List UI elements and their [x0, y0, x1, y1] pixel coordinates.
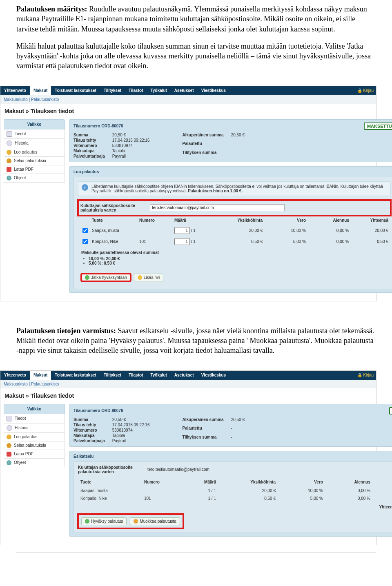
coins-icon: [7, 158, 11, 163]
subnav-archive[interactable]: Maksuarkisto: [4, 382, 28, 386]
edit-refund-button[interactable]: Muokkaa palautusta: [130, 517, 180, 525]
qty-input[interactable]: [174, 238, 190, 245]
lbl-palv: Palveluntarjoaja: [74, 154, 105, 158]
pdf-icon: [7, 452, 11, 457]
pdf-icon: [7, 167, 11, 172]
sidemenu-head: Valikko: [4, 119, 65, 129]
sidemenu-historia[interactable]: Historia: [4, 423, 65, 433]
tab-payments[interactable]: Maksut: [30, 86, 51, 95]
top-nav-2: Yhteenveto Maksut Toistuvat laskutukset …: [0, 371, 376, 380]
clock-icon: [7, 425, 12, 431]
sub-nav-2: Maksuarkisto | Palautusarkisto: [0, 380, 376, 388]
tab-summary[interactable]: Yhteenveto: [0, 371, 30, 380]
preview-email-value: tero.testiautomaatio@paytrail.com: [147, 467, 209, 472]
val-summa: 20,50 €: [112, 133, 150, 137]
sidemenu-pdf[interactable]: Lataa PDF: [4, 165, 65, 174]
refund-panel: Luo palautus i Lähetämme kuluttajalle sä…: [69, 166, 392, 293]
row-name: Saapas, musta: [92, 228, 137, 233]
sidemenu-ohjeet[interactable]: iOhjeet: [4, 174, 65, 183]
email-input[interactable]: [150, 204, 285, 211]
logout-link[interactable]: 🔒 Kirjau: [357, 88, 374, 93]
logout-link[interactable]: 🔒 Kirjau: [357, 373, 374, 377]
sidemenu-historia[interactable]: Historia: [4, 139, 65, 148]
order-panel-title: Tilausnumero ORD-80076: [74, 408, 123, 413]
check-icon: [85, 275, 89, 280]
approve-refund-button[interactable]: Hyväksy palautus: [81, 517, 127, 525]
info-icon: i: [7, 460, 11, 465]
val-alku: 20,50 €: [231, 133, 245, 141]
sidemenu-luo[interactable]: Luo palautus: [4, 433, 65, 441]
qty-input[interactable]: [174, 227, 190, 234]
email-field-row: Kuluttajan sähköpostiosoite palautuksia …: [78, 200, 391, 216]
side-menu: Valikko Tiedot Historia Luo palautus Sel…: [4, 119, 65, 297]
product-row: Koripallo, Nike 101 / 1 0,50 € 5,00 % 0,…: [78, 236, 391, 247]
tab-stats[interactable]: Tilastot: [125, 371, 147, 380]
doc-icon: [7, 416, 12, 421]
tab-payments[interactable]: Maksut: [30, 371, 51, 380]
sidemenu-tiedot[interactable]: Tiedot: [4, 414, 65, 423]
tab-settings[interactable]: Asetukset: [171, 86, 198, 95]
order-panel: Tilausnumero ORD-80076 MAKSETTU Summa20,…: [69, 119, 392, 162]
side-menu-2: Valikko Tiedot Historia Luo palautus Sel…: [4, 404, 65, 541]
p1-bold: Palautuksen määritys:: [16, 5, 87, 13]
page-title: Maksut » Tilauksen tiedot: [0, 104, 376, 119]
tab-settings[interactable]: Asetukset: [171, 371, 198, 380]
preview-row: Koripallo, Nike 101 1 / 1 0,50 € 5,00 % …: [78, 495, 392, 502]
preview-table-head: Tuote Numero Määrä Yksikköhinta Vero Ale…: [78, 477, 392, 487]
sub-nav: Maksuarkisto | Palautusarkisto: [0, 95, 376, 104]
lbl-tehty: Tilaus tehty: [74, 138, 105, 143]
coin-icon: [7, 434, 11, 439]
info-icon: i: [7, 176, 11, 180]
row-checkbox[interactable]: [82, 228, 88, 233]
sidemenu-ohjeet[interactable]: iOhjeet: [4, 459, 65, 467]
sidemenu-selaa[interactable]: Selaa palautuksia: [4, 441, 65, 450]
tab-messages[interactable]: Viestikeskus: [198, 371, 229, 380]
info-circle-icon: i: [82, 184, 88, 191]
pencil-icon: [134, 519, 138, 524]
refund-panel-title: Luo palautus: [74, 169, 99, 174]
page-title-2: Maksut » Tilauksen tiedot: [0, 388, 376, 404]
product-table-head: Tuote Numero Määrä Yksikköhinta Vero Ale…: [78, 216, 391, 225]
row-name: Koripallo, Nike: [92, 239, 137, 244]
val-palv: Paytrail: [112, 154, 150, 158]
add-row-button[interactable]: Lisää rivi: [134, 274, 163, 281]
subnav-refund-archive[interactable]: Palautusarkisto: [31, 382, 59, 386]
lbl-viite: Viitenumero: [74, 143, 105, 148]
sidemenu-luo[interactable]: Luo palautus: [4, 148, 65, 157]
doc-icon: [7, 131, 12, 137]
tab-messages[interactable]: Viestikeskus: [198, 86, 229, 95]
coins-icon: [7, 443, 11, 448]
tab-tools[interactable]: Työkalut: [147, 86, 170, 95]
paid-badge: MAKSETTU: [389, 407, 392, 414]
tab-stats[interactable]: Tilastot: [125, 86, 147, 95]
preview-total: Yhteensä 20,50 €: [78, 502, 392, 512]
refundable-sums: Maksulle palautettavissa olevat summat 1…: [78, 247, 391, 270]
tab-settlements[interactable]: Tilitykset: [100, 86, 125, 95]
screenshot-preview: Yhteenveto Maksut Toistuvat laskutukset …: [0, 370, 376, 545]
tab-tools[interactable]: Työkalut: [147, 371, 170, 380]
sidemenu-tiedot[interactable]: Tiedot: [4, 129, 65, 139]
paid-badge: MAKSETTU: [364, 123, 392, 130]
clock-icon: [7, 140, 12, 146]
tab-settlements[interactable]: Tilitykset: [100, 371, 125, 380]
preview-panel: Esikatselu Kuluttajan sähköpostiosoite p…: [69, 451, 392, 537]
tab-summary[interactable]: Yhteenveto: [0, 86, 30, 95]
tab-recurring[interactable]: Toistuvat laskutukset: [51, 371, 100, 380]
preview-row: Saapas, musta 1 / 1 20,00 € 10,00 % 0,00…: [78, 487, 392, 495]
sidemenu-selaa[interactable]: Selaa palautuksia: [4, 157, 65, 165]
lbl-pal: Palautettu: [182, 141, 223, 149]
doc-paragraph-block-2: Palautuksen tietojen varmistus: Saavut e…: [0, 322, 392, 367]
val-viite: 533810974: [112, 143, 150, 148]
row-num: 101: [139, 239, 172, 244]
lbl-til: Tilityksen summa: [182, 150, 223, 158]
continue-approval-button[interactable]: Jatka hyväksyntään: [81, 274, 131, 281]
order-panel-2: Tilausnumero ORD-80076 MAKSETTU Summa20,…: [69, 404, 392, 447]
tab-recurring[interactable]: Toistuvat laskutukset: [51, 86, 100, 95]
subnav-archive[interactable]: Maksuarkisto: [4, 97, 28, 102]
top-nav: Yhteenveto Maksut Toistuvat laskutukset …: [0, 86, 376, 95]
email-label: Kuluttajan sähköpostiosoite palautuksia …: [80, 203, 142, 212]
subnav-refund-archive[interactable]: Palautusarkisto: [31, 97, 59, 102]
p3-bold: Palautuksen tietojen varmistus:: [16, 327, 116, 335]
row-checkbox[interactable]: [82, 239, 88, 244]
sidemenu-pdf[interactable]: Lataa PDF: [4, 450, 65, 459]
